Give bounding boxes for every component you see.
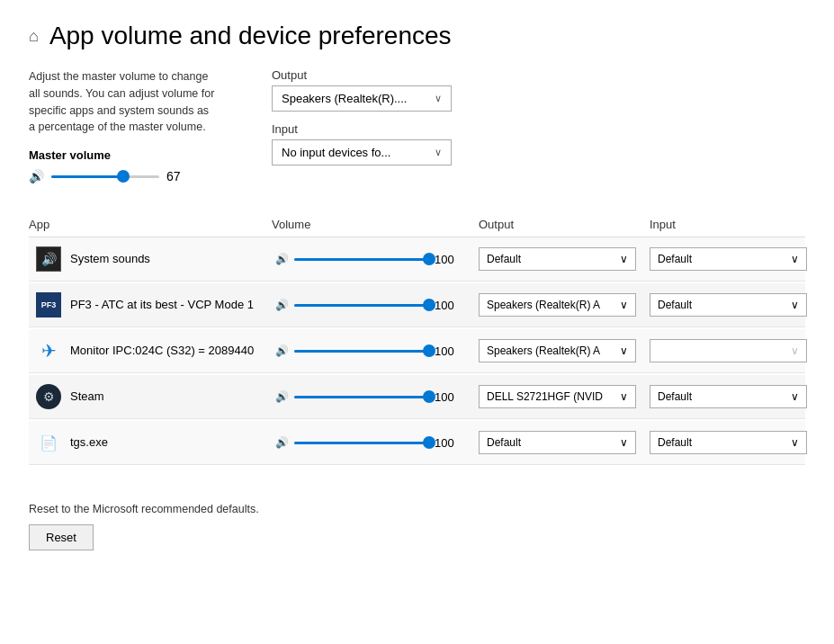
output-cell-monitor: Speakers (Realtek(R) A ∨ bbox=[479, 339, 650, 362]
chevron-icon: ∨ bbox=[620, 299, 628, 311]
chevron-icon: ∨ bbox=[791, 299, 799, 311]
volume-value-steam: 100 bbox=[435, 390, 460, 404]
input-cell-monitor: ∨ bbox=[650, 339, 812, 362]
output-cell-steam: DELL S2721HGF (NVID ∨ bbox=[479, 385, 650, 408]
volume-value-tgs: 100 bbox=[435, 436, 460, 450]
page-title: App volume and device preferences bbox=[49, 22, 452, 50]
output-cell-pf3: Speakers (Realtek(R) A ∨ bbox=[479, 293, 650, 317]
volume-slider-tgs[interactable] bbox=[294, 434, 429, 452]
tgs-file-icon: 📄 bbox=[36, 430, 61, 455]
volume-icon-steam: 🔊 bbox=[275, 390, 289, 403]
volume-cell-tgs: 🔊 100 bbox=[272, 434, 479, 452]
chevron-icon: ∨ bbox=[620, 390, 628, 403]
output-dropdown-system-sounds[interactable]: Default ∨ bbox=[479, 247, 636, 271]
volume-cell-steam: 🔊 100 bbox=[272, 388, 479, 406]
table-row: ✈ Monitor IPC:024C (S32) = 2089440 🔊 100… bbox=[29, 329, 805, 373]
volume-slider-steam[interactable] bbox=[294, 388, 429, 406]
chevron-icon: ∨ bbox=[620, 436, 628, 449]
table-row: PF3 PF3 - ATC at its best - VCP Mode 1 🔊… bbox=[29, 283, 805, 327]
volume-icon-tgs: 🔊 bbox=[275, 436, 289, 449]
input-cell-tgs: Default ∨ bbox=[650, 431, 812, 454]
app-cell-steam: ⚙ Steam bbox=[29, 384, 272, 409]
app-cell-system-sounds: 🔊 System sounds bbox=[29, 246, 272, 272]
input-cell-steam: Default ∨ bbox=[650, 385, 812, 408]
volume-cell-system-sounds: 🔊 100 bbox=[272, 250, 479, 268]
output-chevron-icon: ∨ bbox=[435, 93, 442, 104]
steam-icon: ⚙ bbox=[36, 384, 61, 409]
input-dropdown-tgs[interactable]: Default ∨ bbox=[650, 431, 807, 454]
chevron-icon: ∨ bbox=[620, 253, 628, 265]
master-volume-icon: 🔊 bbox=[29, 169, 44, 183]
output-selected: Speakers (Realtek(R).... bbox=[282, 92, 407, 105]
input-dropdown[interactable]: No input devices fo... ∨ bbox=[272, 139, 452, 165]
chevron-icon: ∨ bbox=[791, 344, 799, 357]
table-row: 📄 tgs.exe 🔊 100 Default ∨ Default ∨ bbox=[29, 421, 805, 465]
master-volume-slider[interactable] bbox=[51, 167, 159, 185]
volume-icon-pf3: 🔊 bbox=[275, 299, 289, 311]
output-dropdown-monitor[interactable]: Speakers (Realtek(R) A ∨ bbox=[479, 339, 636, 362]
description-text: Adjust the master volume to change all s… bbox=[29, 68, 218, 136]
app-name-pf3: PF3 - ATC at its best - VCP Mode 1 bbox=[70, 298, 254, 313]
output-cell-system-sounds: Default ∨ bbox=[479, 247, 650, 271]
input-chevron-icon: ∨ bbox=[435, 147, 442, 158]
volume-icon-monitor: 🔊 bbox=[275, 344, 289, 357]
app-name-monitor: Monitor IPC:024C (S32) = 2089440 bbox=[70, 344, 254, 359]
input-cell-pf3: Default ∨ bbox=[650, 293, 812, 317]
chevron-icon: ∨ bbox=[791, 436, 799, 449]
master-volume-label: Master volume bbox=[29, 148, 218, 162]
home-icon[interactable]: ⌂ bbox=[29, 27, 39, 46]
output-label: Output bbox=[272, 68, 452, 82]
input-dropdown-pf3[interactable]: Default ∨ bbox=[650, 293, 807, 317]
app-name-steam: Steam bbox=[70, 389, 104, 405]
chevron-icon: ∨ bbox=[791, 390, 799, 403]
volume-slider-system-sounds[interactable] bbox=[294, 250, 429, 268]
master-volume-value: 67 bbox=[166, 169, 192, 183]
volume-slider-pf3[interactable] bbox=[294, 296, 429, 314]
output-dropdown[interactable]: Speakers (Realtek(R).... ∨ bbox=[272, 85, 452, 112]
app-cell-monitor: ✈ Monitor IPC:024C (S32) = 2089440 bbox=[29, 338, 272, 363]
output-dropdown-steam[interactable]: DELL S2721HGF (NVID ∨ bbox=[479, 385, 636, 408]
volume-slider-monitor[interactable] bbox=[294, 342, 429, 360]
app-name-tgs: tgs.exe bbox=[70, 435, 108, 451]
volume-cell-pf3: 🔊 100 bbox=[272, 296, 479, 314]
table-row: ⚙ Steam 🔊 100 DELL S2721HGF (NVID ∨ Defa… bbox=[29, 375, 805, 419]
pf3-icon: PF3 bbox=[36, 292, 61, 318]
table-row: 🔊 System sounds 🔊 100 Default ∨ Default … bbox=[29, 237, 805, 282]
system-sounds-icon: 🔊 bbox=[36, 246, 61, 272]
volume-icon-system-sounds: 🔊 bbox=[275, 253, 289, 265]
apps-table: App Volume Output Input 🔊 System sounds … bbox=[29, 212, 805, 465]
output-dropdown-pf3[interactable]: Speakers (Realtek(R) A ∨ bbox=[479, 293, 636, 317]
app-name-system-sounds: System sounds bbox=[70, 252, 150, 267]
input-dropdown-system-sounds[interactable]: Default ∨ bbox=[650, 247, 807, 271]
input-label: Input bbox=[272, 122, 452, 136]
chevron-icon: ∨ bbox=[791, 253, 799, 265]
input-dropdown-steam[interactable]: Default ∨ bbox=[650, 385, 807, 408]
col-volume: Volume bbox=[272, 218, 479, 231]
volume-value-pf3: 100 bbox=[435, 299, 460, 312]
volume-value-monitor: 100 bbox=[435, 344, 460, 358]
reset-button[interactable]: Reset bbox=[29, 524, 94, 550]
output-cell-tgs: Default ∨ bbox=[479, 431, 650, 454]
volume-cell-monitor: 🔊 100 bbox=[272, 342, 479, 360]
col-input: Input bbox=[650, 218, 812, 231]
footer-section: Reset to the Microsoft recommended defau… bbox=[29, 494, 805, 550]
input-dropdown-monitor[interactable]: ∨ bbox=[650, 339, 807, 362]
app-cell-tgs: 📄 tgs.exe bbox=[29, 430, 272, 455]
col-app: App bbox=[29, 218, 272, 231]
table-header: App Volume Output Input bbox=[29, 212, 805, 237]
chevron-icon: ∨ bbox=[620, 344, 628, 357]
input-selected: No input devices fo... bbox=[282, 146, 390, 159]
col-output: Output bbox=[479, 218, 650, 231]
input-cell-system-sounds: Default ∨ bbox=[650, 247, 812, 271]
monitor-icon: ✈ bbox=[36, 338, 61, 363]
footer-text: Reset to the Microsoft recommended defau… bbox=[29, 503, 805, 515]
app-cell-pf3: PF3 PF3 - ATC at its best - VCP Mode 1 bbox=[29, 292, 272, 318]
volume-value-system-sounds: 100 bbox=[435, 253, 460, 266]
output-dropdown-tgs[interactable]: Default ∨ bbox=[479, 431, 636, 454]
